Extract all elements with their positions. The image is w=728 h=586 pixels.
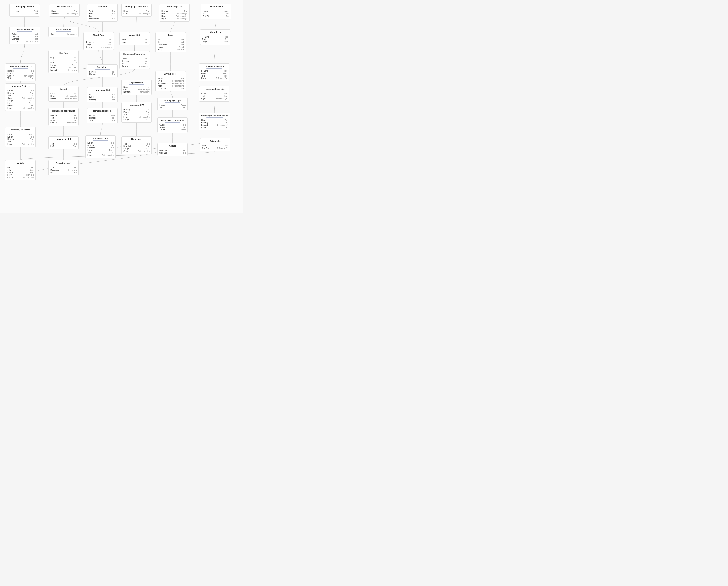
field-type-label: Text [73, 57, 77, 59]
node-about-page: About PageTitleTextDescriptionTextImageA… [83, 32, 114, 50]
field-row-homepage-product-links: LinksReference (n) [201, 77, 227, 80]
field-name-label: Text [89, 10, 93, 12]
field-type-label: Text [144, 62, 148, 64]
field-row-page-title: titleText [157, 38, 184, 41]
field-row-asset-internal-file: FileFile [50, 171, 77, 174]
field-name-label: Image [7, 133, 13, 135]
field-name-label: date [7, 169, 11, 171]
field-type-label: Reference (n) [217, 147, 228, 149]
node-homepage-banner: Homepage BannerHeadingTextTextText [9, 4, 40, 17]
node-about-leadership: About LeadershipKickerTextHeadingTextSub… [9, 27, 40, 44]
field-row-page-slug: slugText [157, 41, 184, 43]
field-row-about-hero-image: ImageAsset [202, 41, 228, 43]
node-layout: LayoutnameTextHeaderReference (1)FooterR… [48, 86, 79, 102]
field-type-label: Reference (n) [176, 15, 187, 17]
field-name-label: title [157, 38, 160, 41]
field-type-label: Text [73, 145, 77, 148]
field-name-label: Kicker [201, 119, 206, 121]
field-name-label: Kicker [7, 136, 13, 138]
field-row-homepage-testimonial-list-kicker: KickerText [201, 119, 228, 122]
field-row-blog-post-excerpt: ExcerptLong Text [50, 69, 77, 71]
node-title-author: Author [159, 145, 185, 147]
field-type-label: Reference (1) [138, 88, 150, 90]
node-divider-article-list [207, 143, 223, 143]
field-row-layout-header-navitems: NavItemsReference (n) [123, 91, 150, 93]
node-divider-homepage-link [56, 141, 72, 141]
field-name-label: Text [11, 13, 15, 15]
field-name-label: Title [202, 145, 206, 147]
field-name-label: Content [11, 41, 18, 43]
node-title-about-hero: About Hero [202, 31, 228, 33]
node-homepage: HomepageTitleTextDescriptionTextImageAss… [121, 136, 152, 154]
field-row-homepage-product-list-heading: HeadingText [7, 70, 33, 72]
node-divider-about-logo-list [167, 8, 182, 9]
node-divider-homepage-link-group [129, 8, 145, 9]
node-divider-homepage-logo-list [206, 91, 222, 91]
field-name-label: Name [7, 105, 12, 107]
field-row-about-profile-job-title: Job TitleText [203, 15, 229, 18]
node-page: PagetitleTextslugTextdescriptionTextImag… [155, 32, 186, 52]
field-row-asset-internal-title: TitleText [50, 166, 77, 169]
field-row-homepage-benefit-list-content: ContentReference (n) [50, 122, 77, 124]
node-title-homepage-banner: Homepage Banner [11, 5, 38, 8]
field-row-homepage-hero-image: ImageAsset [87, 149, 114, 152]
field-type-label: Text [225, 145, 228, 147]
field-type-label: Text [146, 111, 150, 113]
node-divider-homepage-stat [95, 92, 110, 92]
field-name-label: Image [123, 118, 129, 121]
field-type-label: Text [34, 38, 38, 40]
field-name-label: Header [50, 95, 57, 97]
field-type-label: Text [184, 10, 187, 12]
field-name-label: Name [157, 77, 163, 80]
diagram-canvas: Homepage BannerHeadingTextTextTextNavIte… [0, 0, 243, 213]
node-about-profile: About ProfileImageAssetNameTextJob Title… [201, 4, 231, 19]
field-type-label: Text [225, 127, 228, 129]
node-title-nav-item-group: NavItemGroup [51, 5, 78, 8]
field-name-label: Name [203, 13, 208, 15]
node-title-homepage-feature-list: Homepage Feature List [122, 53, 148, 55]
field-name-label: Body [157, 49, 162, 51]
field-type-label: Text [112, 18, 116, 20]
field-row-homepage-link-text: TextText [50, 142, 77, 145]
node-divider-homepage-product-list [13, 68, 28, 69]
node-title-asset-internal: Asset (internal) [50, 162, 77, 164]
field-row-homepage-link-group-links: LinksReference (n) [123, 12, 150, 15]
field-row-article-list-our-shelf: Our ShelfReference (n) [202, 147, 228, 150]
node-homepage-testimonial-list: Homepage Testimonial ListKickerTextHeadi… [199, 113, 230, 131]
field-name-label: Heading [89, 99, 96, 101]
field-row-page-description: descriptionText [157, 43, 184, 46]
node-divider-homepage-benefit [95, 113, 110, 113]
field-type-label: Text [146, 109, 150, 111]
field-row-nav-item-group-name: NameText [51, 10, 78, 12]
field-type-label: Text [182, 124, 185, 126]
field-row-author-firstname: firstnameText [159, 152, 185, 154]
node-article-list: Article ListTitleTextOur ShelfReference … [200, 138, 230, 151]
field-name-label: Service [89, 71, 96, 73]
field-row-page-body: BodyRichText [157, 48, 184, 51]
field-name-label: Text [201, 95, 205, 97]
field-name-label: Links [201, 77, 205, 79]
field-row-homepage-stat-list-image: ImageAsset [7, 100, 33, 102]
field-name-label: slug [157, 41, 161, 43]
field-name-label: Text [123, 114, 127, 116]
field-name-label: Heading [123, 109, 130, 111]
field-name-label: name [50, 92, 55, 95]
node-divider-page [163, 37, 179, 37]
field-row-homepage-product-image: ImageAsset [201, 72, 227, 75]
field-row-about-profile-image: ImageAsset [203, 10, 229, 12]
field-name-label: Title [50, 59, 54, 61]
field-row-homepage-benefit-list-heading: HeadingText [50, 114, 77, 117]
field-row-layout-footer-social-links: Social LinksReference (n) [157, 82, 184, 85]
field-type-label: RichText [69, 66, 77, 69]
node-title-homepage-link-group: Homepage Link Group [123, 5, 150, 8]
field-row-homepage-feature-links: LinksReference (n) [7, 143, 33, 145]
field-name-label: Image [87, 149, 93, 151]
field-type-label: Reference (n) [216, 98, 227, 100]
field-name-label: Heading [202, 36, 209, 38]
field-type-label: Reference (n) [138, 150, 150, 152]
field-type-label: Text [182, 126, 185, 128]
field-type-label: Text [112, 10, 116, 12]
field-name-label: Text [7, 77, 11, 79]
field-name-label: Name [201, 127, 206, 129]
field-row-homepage-feature-image: ImageAsset [7, 133, 33, 136]
